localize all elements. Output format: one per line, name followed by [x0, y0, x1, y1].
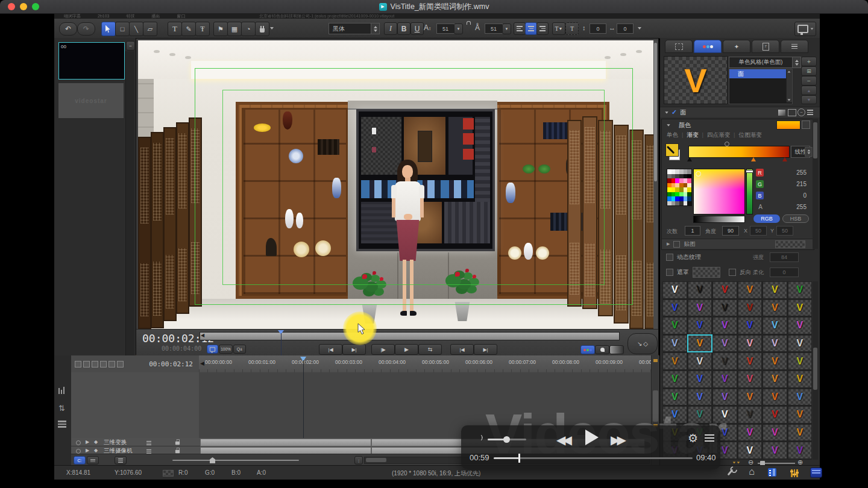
menu-item[interactable]: 2b103: [98, 14, 109, 18]
duplicate-face-button[interactable]: ⊞: [801, 66, 817, 76]
menu-item[interactable]: 播出: [151, 14, 160, 18]
channel-a-value[interactable]: 255: [780, 204, 807, 210]
timeline-zoom-knob[interactable]: [210, 457, 215, 463]
seek-bar[interactable]: [494, 457, 693, 459]
gray-view-button[interactable]: [609, 345, 624, 354]
style-swatch[interactable]: V: [688, 371, 712, 388]
palette-swatch[interactable]: [684, 187, 688, 192]
style-swatch[interactable]: V: [763, 352, 787, 370]
palette-swatch[interactable]: [675, 169, 679, 174]
style-swatch[interactable]: V: [763, 335, 787, 352]
palette-swatch[interactable]: [675, 196, 679, 201]
leading-caret[interactable]: ▼: [502, 23, 511, 34]
audio-mixer-button[interactable]: [790, 468, 799, 477]
palette-swatch[interactable]: [667, 174, 671, 179]
value-bar[interactable]: [693, 216, 745, 223]
angle-field[interactable]: 90: [722, 226, 739, 236]
palette-swatch[interactable]: [679, 169, 684, 174]
undo-button[interactable]: ↶: [59, 22, 77, 36]
track-lock-icon[interactable]: [175, 450, 180, 454]
redo-button[interactable]: ↷: [77, 22, 95, 36]
style-swatch[interactable]: V: [738, 352, 763, 370]
palette-swatch[interactable]: [667, 183, 671, 188]
channel-g-value[interactable]: 215: [780, 181, 807, 187]
palette-swatch[interactable]: [671, 178, 676, 183]
timeline-ruler[interactable]: ◀ 00:00:00:0000:00:01:0000:00:02:0000:00…: [199, 355, 651, 373]
prev-frame-button[interactable]: |◀: [319, 344, 342, 355]
y-field[interactable]: 50: [776, 226, 793, 236]
go-end-button[interactable]: ▶|: [474, 344, 497, 355]
transform-tool-button[interactable]: ▱: [143, 22, 157, 36]
minus-circle-icon[interactable]: −: [797, 108, 805, 116]
timeline-zoom-slider[interactable]: [172, 460, 299, 461]
tools-button[interactable]: [725, 468, 735, 477]
strength-field[interactable]: 84: [770, 252, 799, 262]
style-swatch[interactable]: V: [763, 317, 787, 334]
palette-swatch[interactable]: [675, 178, 679, 183]
palette-swatch[interactable]: [675, 192, 679, 197]
timeline-tool-icon[interactable]: [75, 361, 81, 368]
align-center-button[interactable]: [525, 22, 537, 35]
palette-swatch[interactable]: [679, 196, 684, 201]
fast-forward-button[interactable]: ▶▶: [611, 433, 623, 447]
style-swatch[interactable]: V: [738, 281, 763, 299]
palette-swatch[interactable]: [675, 201, 679, 206]
tab-template[interactable]: T: [752, 40, 779, 53]
minimize-button[interactable]: [20, 3, 27, 10]
palette-swatch[interactable]: [679, 174, 684, 179]
font-family-select[interactable]: 黑体: [329, 23, 376, 34]
text-options-caret[interactable]: [638, 27, 641, 30]
library-button[interactable]: [810, 468, 822, 478]
palette-swatch[interactable]: [687, 187, 691, 192]
palette-swatch[interactable]: [667, 196, 671, 201]
palette-swatch[interactable]: [671, 192, 676, 197]
palette-swatch[interactable]: [667, 187, 671, 192]
timeline-tool-icon[interactable]: [108, 361, 115, 368]
gradient-mid-handle[interactable]: [725, 142, 729, 146]
style-swatch[interactable]: V: [788, 406, 813, 424]
tab-list[interactable]: [781, 40, 808, 53]
play-pause-button[interactable]: [585, 430, 599, 445]
palette-swatch[interactable]: [687, 196, 691, 201]
palette-swatch[interactable]: [679, 187, 684, 192]
palette-swatch[interactable]: [671, 169, 676, 174]
face-list-item[interactable]: 面: [729, 69, 792, 78]
fill-icon[interactable]: [778, 110, 785, 116]
line-tool-button[interactable]: ╲: [129, 22, 143, 36]
palette-swatch[interactable]: [684, 169, 688, 174]
style-swatch[interactable]: V: [738, 299, 763, 317]
face-list-scrollbar[interactable]: [786, 69, 792, 102]
underline-button[interactable]: U: [410, 22, 424, 35]
home-button[interactable]: ⌂: [746, 466, 757, 477]
palette-swatch[interactable]: [671, 174, 676, 179]
palette-swatch[interactable]: [684, 174, 688, 179]
style-swatch[interactable]: V: [763, 389, 787, 406]
asset-scrollbar[interactable]: [125, 51, 134, 355]
timeline-tool-icon[interactable]: [92, 361, 98, 368]
palette-swatch[interactable]: [687, 201, 691, 206]
move-down-button[interactable]: ▼: [801, 95, 817, 104]
style-swatch[interactable]: V: [738, 335, 763, 352]
bold-button[interactable]: B: [397, 22, 410, 35]
volume-slider[interactable]: [488, 439, 526, 440]
style-swatch-selected[interactable]: V: [688, 335, 712, 352]
loop-button[interactable]: ⇆: [418, 344, 442, 355]
color-checkbox[interactable]: [802, 120, 810, 129]
style-swatch[interactable]: V: [738, 406, 763, 424]
style-swatch[interactable]: V: [712, 281, 737, 299]
region-tool-button[interactable]: ⚑: [213, 22, 228, 36]
remove-face-button[interactable]: −: [801, 76, 817, 86]
track-lock-icon[interactable]: [175, 442, 180, 445]
palette-swatch[interactable]: [684, 192, 688, 197]
plugin-tool-button[interactable]: [255, 22, 269, 36]
palette-swatch[interactable]: [687, 178, 691, 183]
palette-swatch[interactable]: [687, 169, 691, 174]
rgb-mode-button[interactable]: RGB: [753, 214, 780, 223]
style-swatch[interactable]: V: [788, 335, 813, 352]
palette-swatch[interactable]: [687, 183, 691, 188]
menu-items[interactable]: 唱词字幕2b103特技播出窗口: [64, 13, 202, 19]
seek-playhead[interactable]: [518, 454, 520, 463]
palette-swatch[interactable]: [687, 174, 691, 179]
captions-button[interactable]: C:: [74, 456, 86, 465]
align-left-button[interactable]: [514, 22, 526, 35]
